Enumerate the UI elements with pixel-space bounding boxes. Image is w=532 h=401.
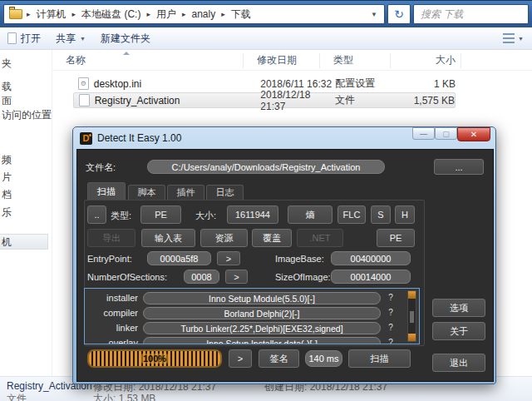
sidebar-item-videos[interactable]: 频 bbox=[2, 153, 12, 167]
refresh-button[interactable]: ↻ bbox=[387, 4, 411, 24]
maximize-button[interactable]: ▢ bbox=[435, 127, 457, 140]
scroll-thumb[interactable] bbox=[410, 311, 414, 323]
minimize-icon: — bbox=[420, 130, 427, 138]
imagebase-field[interactable]: 00400000 bbox=[331, 251, 411, 265]
pe-button[interactable]: PE bbox=[377, 229, 415, 247]
breadcrumb[interactable]: ▸ 计算机 ▸ 本地磁盘 (C:) ▸ 用户 ▸ analy ▸ 下载 ▼ bbox=[3, 4, 385, 24]
breadcrumb-local-disk[interactable]: 本地磁盘 (C:) bbox=[80, 7, 142, 22]
new-folder-button[interactable]: 新建文件夹 bbox=[93, 27, 158, 49]
share-button[interactable]: 共享 ▼ bbox=[48, 27, 93, 49]
detection-info-button[interactable]: ? bbox=[386, 293, 396, 302]
status-file-size: 大小: 1.53 MB bbox=[93, 392, 155, 401]
address-dropdown-icon[interactable]: ▼ bbox=[367, 11, 381, 18]
tab-script[interactable]: 脚本 bbox=[128, 185, 165, 200]
detection-row-compiler[interactable]: compiler Borland Delphi(2)[-] ? bbox=[85, 307, 419, 320]
entrypoint-field[interactable]: 0000a5f8 bbox=[147, 251, 211, 265]
crumb-separator-icon: ▸ bbox=[182, 10, 186, 18]
window-controls: — ▢ ✕ bbox=[412, 127, 490, 141]
type-pe-button[interactable]: PE bbox=[140, 205, 181, 224]
filename-field[interactable]: C:/Users/analy/Downloads/Registry_Activa… bbox=[147, 160, 385, 174]
sidebar-item-pictures[interactable]: 片 bbox=[2, 171, 12, 185]
close-button[interactable]: ✕ bbox=[457, 127, 490, 141]
hex-button[interactable]: H bbox=[395, 205, 415, 224]
flc-button[interactable]: FLC bbox=[337, 205, 366, 224]
exit-button[interactable]: 退出 bbox=[432, 354, 485, 372]
file-size: 1 KB bbox=[406, 78, 456, 90]
open-button[interactable]: 打开 bbox=[0, 27, 48, 49]
dotnet-button[interactable]: .NET bbox=[297, 229, 343, 247]
options-button[interactable]: 选项 bbox=[432, 299, 485, 317]
breadcrumb-downloads[interactable]: 下载 bbox=[229, 7, 253, 22]
sidebar-item-desktop[interactable]: 面 bbox=[2, 94, 12, 108]
column-header-size[interactable]: 大小 bbox=[391, 53, 461, 68]
imports-button[interactable]: 输入表 bbox=[141, 229, 195, 247]
die-content: 文件名: C:/Users/analy/Downloads/Registry_A… bbox=[76, 149, 494, 382]
sections-label: NumberOfSections: bbox=[87, 272, 167, 282]
dots-button[interactable]: .. bbox=[87, 205, 106, 224]
sidebar-item-documents[interactable]: 档 bbox=[2, 188, 12, 202]
detection-value[interactable]: Inno Setup Installer data(-)[-] bbox=[143, 337, 381, 344]
detection-row-overlay[interactable]: overlay Inno Setup Installer data(-)[-] … bbox=[85, 337, 419, 344]
about-button[interactable]: 关于 bbox=[432, 322, 485, 340]
file-row-registry-activation[interactable]: Registry_Activation 2018/12/18 21:37 文件 … bbox=[73, 92, 456, 108]
detection-info-button[interactable]: ? bbox=[386, 323, 396, 332]
sizeofimage-field[interactable]: 00014000 bbox=[331, 270, 411, 284]
detection-list[interactable]: installer Inno Setup Module(5.5.0)[-] ? … bbox=[84, 288, 420, 344]
scroll-up-icon[interactable] bbox=[408, 291, 416, 299]
chevron-down-icon: ▼ bbox=[518, 36, 524, 42]
detection-row-installer[interactable]: installer Inno Setup Module(5.5.0)[-] ? bbox=[85, 292, 419, 305]
breadcrumb-computer[interactable]: 计算机 bbox=[35, 7, 68, 22]
sidebar-item-favorites[interactable]: 夹 bbox=[2, 57, 12, 71]
file-name: desktop.ini bbox=[94, 78, 261, 90]
entropy-button[interactable]: 熵 bbox=[288, 205, 332, 224]
file-size-button[interactable]: 1611944 bbox=[227, 205, 278, 224]
detection-info-button[interactable]: ? bbox=[386, 308, 396, 317]
sections-goto-button[interactable]: > bbox=[225, 270, 248, 284]
file-date: 2018/12/18 21:37 bbox=[260, 89, 335, 112]
column-header-type[interactable]: 类型 bbox=[320, 53, 391, 68]
signature-button[interactable]: 签名 bbox=[259, 349, 299, 368]
die-title-text: Detect It Easy 1.00 bbox=[97, 132, 181, 144]
crumb-separator-icon: ▸ bbox=[146, 10, 150, 18]
type-label: 类型: bbox=[111, 210, 131, 222]
overlay-button[interactable]: 覆盖 bbox=[252, 229, 292, 247]
search-input[interactable] bbox=[414, 5, 528, 23]
column-header-date[interactable]: 修改日期 bbox=[244, 53, 320, 68]
sidebar-item-computer[interactable]: 机 bbox=[2, 235, 12, 250]
scroll-down-icon[interactable] bbox=[408, 334, 416, 341]
detection-row-linker[interactable]: linker Turbo Linker(2.25*,Delphi)[EXE32,… bbox=[85, 322, 419, 335]
size-label: 大小: bbox=[93, 393, 116, 401]
tab-scan[interactable]: 扫描 bbox=[87, 182, 126, 200]
detection-value[interactable]: Borland Delphi(2)[-] bbox=[143, 307, 381, 319]
detection-kind: compiler bbox=[88, 308, 138, 318]
detection-value[interactable]: Turbo Linker(2.25*,Delphi)[EXE32,signed] bbox=[143, 322, 381, 334]
scan-progress-bar: 100% bbox=[87, 349, 222, 368]
sidebar-item-music[interactable]: 乐 bbox=[2, 205, 12, 220]
breadcrumb-analy[interactable]: analy bbox=[190, 8, 217, 20]
browse-button[interactable]: ... bbox=[434, 159, 484, 175]
sidebar-item-recent-places[interactable]: 访问的位置 bbox=[2, 108, 52, 122]
tab-log[interactable]: 日志 bbox=[206, 185, 244, 200]
entrypoint-goto-button[interactable]: > bbox=[217, 251, 240, 265]
crumb-separator-icon: ▸ bbox=[72, 10, 76, 18]
detection-scrollbar[interactable] bbox=[407, 290, 416, 342]
minimize-button[interactable]: — bbox=[412, 127, 435, 140]
progress-expand-button[interactable]: > bbox=[229, 349, 252, 368]
sidebar-item-downloads[interactable]: 载 bbox=[2, 80, 12, 94]
breadcrumb-users[interactable]: 用户 bbox=[155, 7, 178, 22]
sections-field[interactable]: 0008 bbox=[184, 270, 219, 284]
export-button[interactable]: 导出 bbox=[87, 229, 135, 247]
view-options-button[interactable]: ▼ bbox=[503, 33, 532, 43]
column-header-name[interactable]: 名称 bbox=[52, 53, 244, 68]
crumb-separator-icon: ▸ bbox=[27, 10, 31, 18]
imagebase-label: ImageBase: bbox=[275, 254, 324, 264]
detection-kind: linker bbox=[88, 323, 138, 333]
tab-plugin[interactable]: 插件 bbox=[167, 185, 204, 200]
scan-button[interactable]: 扫描 bbox=[348, 349, 411, 368]
refresh-icon: ↻ bbox=[394, 7, 404, 21]
detection-value[interactable]: Inno Setup Module(5.5.0)[-] bbox=[143, 292, 381, 304]
resources-button[interactable]: 资源 bbox=[200, 229, 248, 247]
detection-info-button[interactable]: ? bbox=[386, 338, 396, 344]
strings-button[interactable]: S bbox=[371, 205, 391, 224]
command-toolbar: 打开 共享 ▼ 新建文件夹 ▼ bbox=[0, 27, 532, 50]
